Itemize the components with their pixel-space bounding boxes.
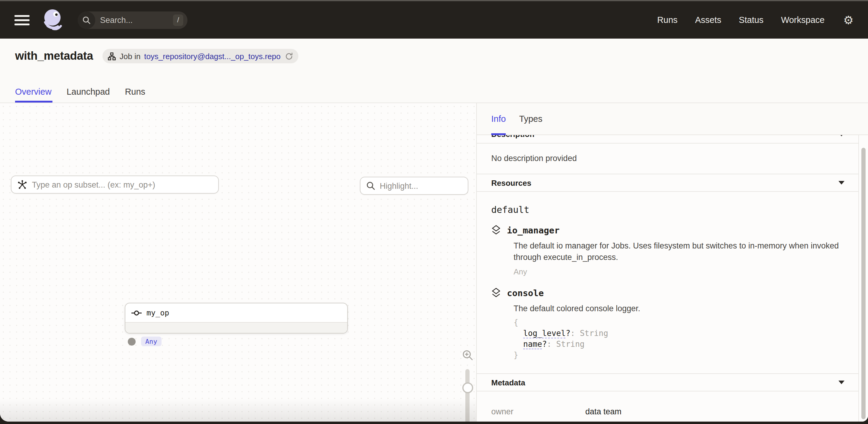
config-optional-mark: ? (566, 329, 570, 338)
highlight-placeholder: Highlight... (380, 181, 418, 190)
zoom-in-icon[interactable] (462, 350, 473, 361)
tab-launchpad[interactable]: Launchpad (67, 80, 110, 102)
sidebar-scroll-area: Description No description provided Reso… (477, 135, 859, 422)
resource-description: The default colored console logger. (514, 303, 844, 314)
metadata-row-link: link https://dagster.io (491, 420, 844, 422)
metadata-table: owner data team link https://dagster.io (491, 403, 844, 422)
info-sidebar: Info Types Description No description pr… (477, 103, 868, 422)
zoom-controls (458, 103, 478, 422)
output-port-dot (128, 338, 135, 345)
config-key[interactable]: log_level (523, 329, 566, 338)
resource-description: The default io manager for Jobs. Uses fi… (514, 240, 844, 263)
caret-down-icon (838, 181, 844, 185)
nav-link-workspace[interactable]: Workspace (781, 15, 825, 25)
tab-overview[interactable]: Overview (15, 80, 52, 102)
config-field-name: name?: String (514, 339, 844, 350)
dagster-logo-icon[interactable] (40, 7, 65, 33)
resource-console: console (491, 288, 844, 298)
config-key[interactable]: name (523, 339, 542, 349)
resource-name: console (507, 288, 544, 298)
sidebar-scrollbar[interactable] (861, 148, 866, 419)
config-colon: : (547, 339, 552, 349)
metadata-value: data team (585, 407, 621, 416)
resource-group-name: default (491, 205, 844, 215)
highlight-input[interactable]: Highlight... (360, 177, 468, 195)
op-subset-placeholder: Type an op subset... (ex: my_op+) (32, 180, 155, 189)
repo-link[interactable]: toys_repository@dagst..._op_toys.repo (144, 52, 281, 61)
graph-bottom-shadow (0, 399, 476, 422)
resources-section-header[interactable]: Resources (477, 174, 859, 192)
zoom-slider-track[interactable] (465, 369, 470, 422)
resource-name: io_manager (507, 225, 560, 235)
caret-down-icon (838, 381, 844, 384)
page-title: with_metadata (15, 50, 93, 63)
sidebar-tabs: Info Types (477, 103, 868, 135)
search-icon (78, 11, 95, 29)
page-tabs: Overview Launchpad Runs (15, 80, 145, 102)
resource-config-type: Any (514, 267, 844, 276)
navbar-links: Runs Assets Status Workspace ⚙ (657, 14, 854, 26)
split-panes: Type an op subset... (ex: my_op+) Highli… (0, 103, 868, 422)
scrollbar-gutter-line (858, 103, 859, 422)
nav-link-status[interactable]: Status (739, 15, 764, 25)
config-schema: { log_level?: String name?: String } (514, 317, 844, 361)
nav-link-assets[interactable]: Assets (695, 15, 721, 25)
sidebar-tab-info[interactable]: Info (491, 103, 506, 134)
config-type: String (580, 329, 608, 338)
top-navbar: Search... / Runs Assets Status Workspace… (0, 0, 868, 39)
op-selector-icon (18, 180, 27, 189)
metadata-row-owner: owner data team (491, 403, 844, 420)
description-section-header[interactable]: Description (477, 135, 859, 144)
config-optional-mark: ? (542, 339, 547, 349)
search-shortcut-badge: / (173, 14, 183, 26)
config-colon: : (570, 329, 575, 338)
refresh-icon[interactable] (285, 52, 293, 60)
search-placeholder: Search... (100, 16, 173, 24)
resource-icon (491, 288, 501, 298)
tab-runs[interactable]: Runs (125, 80, 145, 102)
op-node-name: my_op (147, 308, 169, 317)
op-node-body (125, 323, 347, 333)
job-icon (108, 52, 116, 60)
op-node-my-op[interactable]: my_op (125, 303, 348, 334)
job-repo-badge: Job in toys_repository@dagst..._op_toys.… (103, 49, 299, 63)
metadata-heading: Metadata (491, 378, 525, 387)
config-close-brace: } (514, 350, 844, 361)
output-type-tag[interactable]: Any (141, 337, 161, 346)
op-graph-pane: Type an op subset... (ex: my_op+) Highli… (0, 103, 476, 422)
page-header: with_metadata Job in toys_repository@dag… (0, 39, 868, 103)
description-heading: Description (491, 135, 534, 139)
op-subset-input[interactable]: Type an op subset... (ex: my_op+) (11, 176, 219, 193)
resources-heading: Resources (491, 178, 531, 187)
content-card: with_metadata Job in toys_repository@dag… (0, 39, 868, 422)
op-icon (131, 310, 142, 316)
resource-icon (491, 225, 501, 235)
settings-gear-icon[interactable]: ⚙ (843, 14, 854, 26)
config-field-log-level: log_level?: String (514, 328, 844, 339)
description-empty-text: No description provided (477, 144, 859, 174)
menu-icon[interactable] (14, 15, 30, 25)
sidebar-tab-types[interactable]: Types (519, 103, 542, 134)
nav-link-runs[interactable]: Runs (657, 15, 678, 25)
caret-down-icon (838, 135, 844, 136)
config-open-brace: { (514, 317, 844, 328)
metadata-section-header[interactable]: Metadata (477, 373, 859, 391)
resource-io-manager: io_manager (491, 225, 844, 235)
metadata-key: owner (491, 407, 585, 416)
highlight-search-icon (367, 182, 375, 190)
job-badge-prefix: Job in (120, 52, 141, 61)
global-search-input[interactable]: Search... / (78, 11, 187, 29)
zoom-slider-handle[interactable] (462, 383, 473, 393)
config-type: String (556, 339, 585, 349)
app-root: Search... / Runs Assets Status Workspace… (0, 0, 868, 424)
